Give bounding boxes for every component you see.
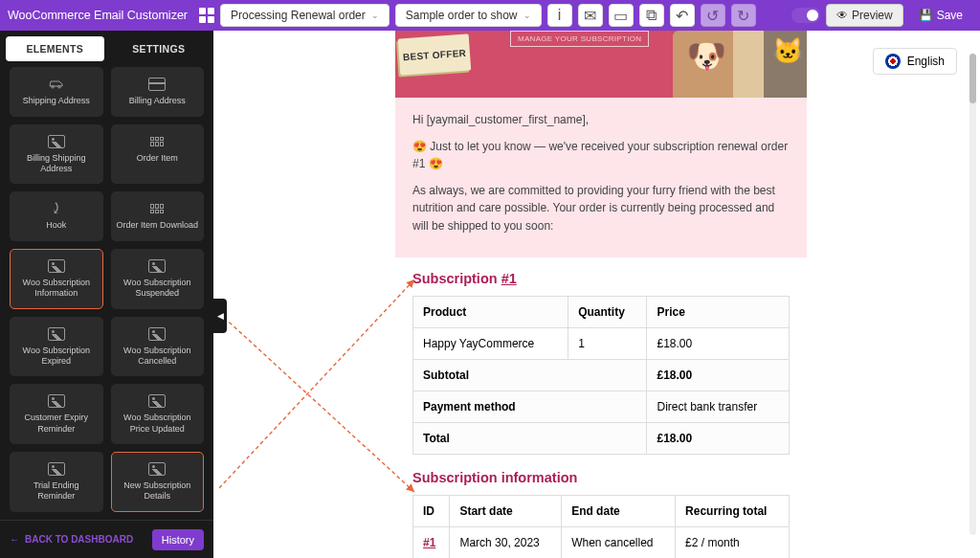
best-offer-badge: BEST OFFER [398, 33, 471, 75]
sidebar: ELEMENTS SETTINGS Shipping AddressBillin… [0, 31, 213, 558]
element-tile-label: Woo Subscription Information [14, 278, 99, 300]
language-label: English [907, 55, 945, 68]
email-hero: BEST OFFER MANAGE YOUR SUBSCRIPTION [395, 31, 807, 98]
tab-elements[interactable]: ELEMENTS [6, 36, 104, 61]
element-tile-customer-expiry-reminder[interactable]: Customer Expiry Reminder [10, 384, 103, 444]
template-dropdown-label: Processing Renewal order [231, 9, 366, 22]
preview-button[interactable]: 👁Preview [826, 4, 903, 27]
col-price: Price [647, 296, 790, 327]
element-tile-label: Woo Subscription Price Updated [116, 413, 200, 435]
element-tile-label: Shipping Address [23, 96, 90, 106]
undo-button[interactable]: ↶ [670, 4, 695, 27]
subscription-info-title: Subscription information [412, 470, 790, 485]
value-total: £18.00 [647, 422, 790, 454]
grid-icon [148, 202, 166, 215]
app-title: WooCommerce Email Customizer [8, 9, 188, 22]
element-tile-woo-subscription-price-updated[interactable]: Woo Subscription Price Updated [111, 384, 205, 444]
element-tile-label: Billing Address [129, 96, 186, 106]
element-tile-hook[interactable]: ⤸Hook [10, 191, 103, 241]
language-selector[interactable]: English [873, 48, 957, 75]
grid-icon [148, 135, 166, 148]
hero-pets-image [673, 31, 807, 98]
element-tile-label: Order Item Download [116, 220, 198, 231]
history-button[interactable]: History [152, 529, 204, 550]
element-tile-billing-address[interactable]: Billing Address [111, 67, 205, 117]
element-tile-label: Trial Ending Reminder [14, 480, 99, 502]
col-end: End date [562, 495, 676, 526]
element-tile-trial-ending-reminder[interactable]: Trial Ending Reminder [10, 452, 103, 512]
intro-line: 😍 Just to let you know — we've received … [412, 138, 790, 173]
arrow-left-icon: ← [10, 534, 19, 545]
cell-product: Happy YayCommerce [413, 327, 568, 359]
img-icon [48, 135, 65, 148]
col-start: Start date [450, 495, 562, 526]
img-icon [148, 462, 166, 476]
img-icon [148, 259, 166, 273]
email-body: Hi [yaymail_customer_first_name], 😍 Just… [395, 98, 807, 257]
redo-forward-button[interactable]: ↻ [731, 4, 756, 27]
element-tile-label: Woo Subscription Suspended [116, 278, 200, 300]
element-tile-shipping-address[interactable]: Shipping Address [10, 67, 103, 117]
subscription-info-table: IDStart dateEnd dateRecurring total #1Ma… [412, 495, 790, 558]
element-tile-label: Customer Expiry Reminder [14, 413, 99, 435]
element-tile-woo-subscription-information[interactable]: Woo Subscription Information [10, 249, 103, 309]
cell-price: £18.00 [647, 327, 790, 359]
col-id: ID [413, 495, 450, 526]
collapse-sidebar-handle[interactable]: ◀ [213, 299, 227, 333]
img-icon [48, 327, 65, 341]
scrollbar-thumb[interactable] [969, 54, 976, 103]
element-tile-order-item-download[interactable]: Order Item Download [111, 191, 205, 241]
value-subtotal: £18.00 [647, 359, 790, 391]
top-bar: WooCommerce Email Customizer Processing … [0, 0, 980, 31]
email-button[interactable]: ✉ [578, 4, 603, 27]
sample-order-dropdown[interactable]: Sample order to show⌄ [395, 4, 542, 27]
img-icon [148, 327, 166, 341]
label-total: Total [413, 422, 647, 454]
page-button[interactable]: ▭ [609, 4, 634, 27]
element-tile-new-subscription-details[interactable]: New Subscription Details [111, 452, 205, 512]
element-tile-woo-subscription-suspended[interactable]: Woo Subscription Suspended [111, 249, 205, 309]
img-icon [148, 394, 166, 408]
greeting-text: Hi [yaymail_customer_first_name], [412, 111, 790, 129]
element-tile-label: Hook [46, 220, 66, 231]
element-tile-label: New Subscription Details [116, 480, 200, 502]
cell-end: When cancelled [562, 526, 676, 558]
img-icon [48, 259, 65, 273]
back-to-dashboard-link[interactable]: ←BACK TO DASHBOARD [10, 534, 133, 545]
redo-back-button[interactable]: ↺ [701, 4, 725, 27]
email-preview: BEST OFFER MANAGE YOUR SUBSCRIPTION Hi [… [395, 31, 807, 558]
element-tile-label: Woo Subscription Expired [14, 346, 99, 368]
label-subtotal: Subtotal [413, 359, 647, 391]
car-icon [48, 78, 65, 91]
col-recurring: Recurring total [676, 495, 790, 526]
copy-button[interactable]: ⧉ [639, 4, 664, 27]
vertical-scrollbar[interactable] [969, 54, 976, 535]
enable-toggle[interactable] [791, 8, 820, 23]
value-payment: Direct bank transfer [647, 391, 790, 422]
element-tile-woo-subscription-cancelled[interactable]: Woo Subscription Cancelled [111, 317, 205, 377]
card-icon [148, 78, 166, 91]
element-tile-label: Billing Shipping Address [14, 153, 99, 175]
hook-icon: ⤸ [48, 202, 65, 215]
sample-order-label: Sample order to show [406, 9, 518, 22]
subscription-table: ProductQuantityPrice Happy YayCommerce1£… [412, 296, 790, 455]
email-main: Subscription #1 ProductQuantityPrice Hap… [395, 257, 807, 558]
save-button[interactable]: 💾Save [909, 5, 972, 26]
tab-settings[interactable]: SETTINGS [110, 36, 209, 61]
manage-subscription-button: MANAGE YOUR SUBSCRIPTION [510, 31, 649, 47]
grid-icon[interactable] [199, 8, 214, 23]
element-tile-label: Woo Subscription Cancelled [116, 346, 200, 368]
save-icon: 💾 [919, 9, 933, 22]
cell-start: March 30, 2023 [450, 526, 562, 558]
elements-grid: Shipping AddressBilling AddressBilling S… [0, 67, 213, 520]
img-icon [48, 394, 65, 408]
element-tile-order-item[interactable]: Order Item [111, 124, 205, 185]
element-tile-woo-subscription-expired[interactable]: Woo Subscription Expired [10, 317, 103, 377]
element-tile-billing-shipping-address[interactable]: Billing Shipping Address [10, 124, 103, 185]
element-tile-label: Order Item [137, 153, 178, 164]
cell-id[interactable]: #1 [423, 536, 435, 549]
info-button[interactable]: i [547, 4, 572, 27]
template-dropdown[interactable]: Processing Renewal order⌄ [220, 4, 390, 27]
img-icon [48, 462, 65, 476]
canvas: ◀ English BEST OFFER MANAGE YOUR SUBSCRI… [213, 31, 980, 558]
